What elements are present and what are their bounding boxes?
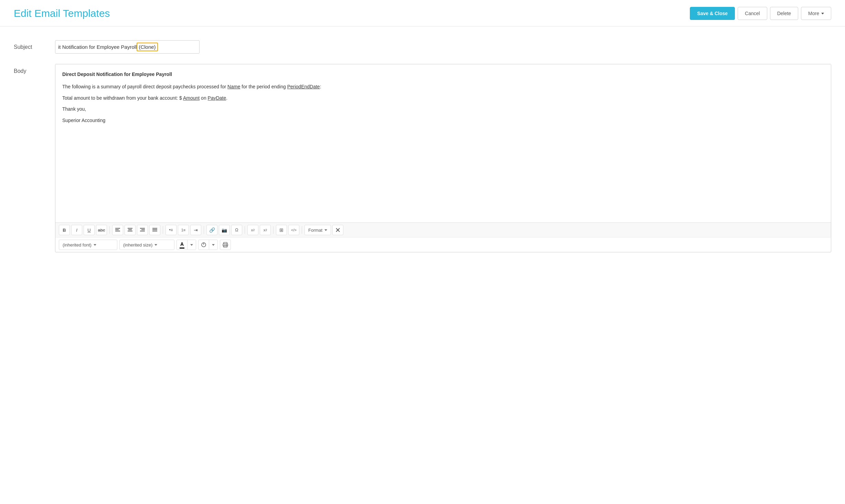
bullet-list-button[interactable]: •≡ — [165, 225, 177, 235]
toolbar-separator-4 — [245, 226, 245, 234]
highlight-color-group — [198, 240, 218, 250]
svg-rect-12 — [152, 228, 157, 229]
align-left-icon — [115, 228, 120, 232]
svg-rect-0 — [115, 228, 120, 229]
svg-rect-1 — [115, 229, 119, 230]
print-button[interactable] — [220, 240, 231, 250]
chevron-down-icon — [821, 13, 824, 14]
toolbar-separator-6 — [302, 226, 302, 234]
font-size-chevron-icon — [154, 244, 157, 246]
font-size-dropdown[interactable]: (inherited size) — [119, 240, 174, 250]
svg-rect-13 — [152, 229, 157, 230]
body-row: Body Direct Deposit Notification for Emp… — [14, 64, 831, 252]
highlight-chevron-icon — [212, 244, 215, 246]
toolbar-separator-2 — [163, 226, 163, 234]
bold-button[interactable]: B — [59, 225, 70, 235]
font-family-label: (inherited font) — [63, 242, 92, 248]
image-button[interactable]: 📷 — [219, 225, 230, 235]
body-signature: Superior Accounting — [62, 117, 824, 124]
font-color-group: A — [177, 240, 196, 250]
editor-content-area[interactable]: Direct Deposit Notification for Employee… — [55, 64, 831, 222]
align-justify-button[interactable] — [149, 225, 160, 235]
align-right-button[interactable] — [137, 225, 148, 235]
font-size-label: (inherited size) — [123, 242, 152, 248]
underline-button[interactable]: U — [84, 225, 95, 235]
svg-rect-6 — [128, 231, 132, 231]
align-justify-icon — [152, 228, 157, 232]
italic-button[interactable]: I — [71, 225, 82, 235]
special-char-button[interactable]: Ω — [231, 225, 242, 235]
format-dropdown[interactable]: Format — [304, 225, 331, 235]
subject-clone-highlight: (Clone) — [137, 43, 158, 51]
page-header: Edit Email Templates Save & Close Cancel… — [0, 0, 845, 26]
amount-link[interactable]: Amount — [183, 95, 200, 101]
numbered-list-button[interactable]: 1≡ — [178, 225, 189, 235]
svg-rect-2 — [115, 231, 120, 231]
indent-button[interactable]: ⇥ — [190, 225, 201, 235]
highlight-color-button[interactable] — [199, 240, 209, 250]
align-left-button[interactable] — [112, 225, 123, 235]
font-family-dropdown[interactable]: (inherited font) — [59, 240, 117, 250]
subject-pre-text: it Notification for Employee Payroll — [58, 44, 137, 50]
format-chevron-icon — [324, 229, 327, 231]
toolbar-separator-3 — [204, 226, 204, 234]
font-family-chevron-icon — [94, 244, 96, 246]
font-color-indicator — [180, 248, 184, 249]
editor-toolbar-row2: (inherited font) (inherited size) A — [55, 237, 831, 252]
page-content: Subject it Notification for Employee Pay… — [0, 26, 845, 266]
body-label: Body — [14, 64, 55, 74]
svg-rect-10 — [140, 231, 145, 231]
align-right-icon — [140, 228, 145, 232]
format-label: Format — [308, 228, 322, 233]
svg-rect-8 — [140, 228, 145, 229]
body-closing: Thank you, — [62, 105, 824, 113]
highlight-icon — [201, 242, 206, 247]
svg-rect-14 — [152, 231, 157, 231]
page-title: Edit Email Templates — [14, 8, 110, 19]
align-center-icon — [128, 228, 132, 232]
font-color-dropdown-button[interactable] — [187, 240, 196, 250]
body-title: Direct Deposit Notification for Employee… — [62, 70, 824, 78]
email-editor: Direct Deposit Notification for Employee… — [55, 64, 831, 252]
subject-input-wrapper[interactable]: it Notification for Employee Payroll(Clo… — [55, 40, 200, 54]
cancel-button[interactable]: Cancel — [738, 7, 767, 20]
superscript-button[interactable]: x2 — [260, 225, 271, 235]
body-line2: Total amount to be withdrawn from your b… — [62, 94, 824, 102]
more-button[interactable]: More — [801, 7, 831, 20]
toolbar-separator-1 — [109, 226, 110, 234]
paydate-link[interactable]: PayDate — [208, 95, 226, 101]
svg-rect-4 — [128, 228, 132, 229]
name-link[interactable]: Name — [227, 84, 240, 89]
svg-rect-9 — [141, 229, 145, 230]
table-button[interactable]: ⊞ — [276, 225, 287, 235]
link-button[interactable]: 🔗 — [206, 225, 217, 235]
strikethrough-button[interactable]: abc — [96, 225, 107, 235]
toolbar-separator-5 — [273, 226, 274, 234]
align-center-button[interactable] — [125, 225, 136, 235]
subject-row: Subject it Notification for Employee Pay… — [14, 40, 831, 54]
period-end-link[interactable]: PeriodEndDate — [287, 84, 320, 89]
save-close-button[interactable]: Save & Close — [690, 7, 735, 20]
svg-rect-5 — [128, 229, 132, 230]
header-actions: Save & Close Cancel Delete More — [690, 7, 831, 20]
subject-label: Subject — [14, 44, 55, 50]
font-color-chevron-icon — [190, 244, 193, 246]
eraser-icon — [335, 228, 340, 232]
editor-toolbar-row1: B I U abc •≡ 1≡ — [55, 222, 831, 237]
font-color-button[interactable]: A — [177, 240, 187, 250]
font-color-icon: A — [180, 241, 184, 247]
body-line1: The following is a summary of payroll di… — [62, 83, 824, 90]
eraser-button[interactable] — [332, 225, 343, 235]
code-button[interactable]: </> — [288, 225, 299, 235]
delete-button[interactable]: Delete — [770, 7, 798, 20]
print-icon — [223, 242, 228, 248]
subscript-button[interactable]: x2 — [247, 225, 258, 235]
svg-point-22 — [226, 245, 227, 245]
highlight-color-dropdown-button[interactable] — [209, 240, 217, 250]
